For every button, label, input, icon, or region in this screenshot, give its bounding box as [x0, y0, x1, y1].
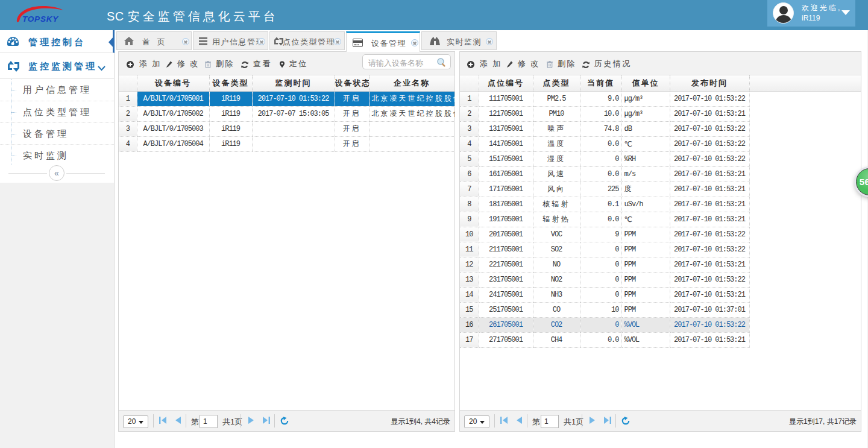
svg-text:TOPSKY: TOPSKY — [22, 14, 59, 23]
